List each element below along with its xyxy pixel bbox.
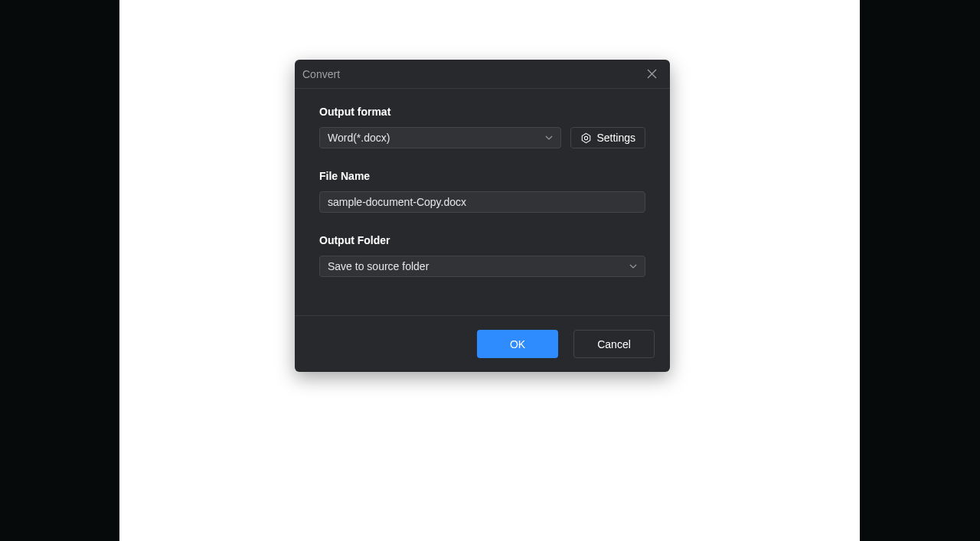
output-format-dropdown[interactable]: Word(*.docx) xyxy=(319,127,561,148)
close-button[interactable] xyxy=(641,64,662,85)
svg-marker-2 xyxy=(583,133,591,142)
output-folder-field: Output Folder Save to source folder xyxy=(319,234,645,277)
output-format-value: Word(*.docx) xyxy=(328,132,390,144)
dialog-title: Convert xyxy=(302,68,340,80)
convert-dialog: Convert Output format Word(*.docx) xyxy=(295,60,670,372)
ok-button[interactable]: OK xyxy=(477,330,558,358)
chevron-down-icon xyxy=(629,264,637,269)
dialog-header: Convert xyxy=(295,60,670,89)
dialog-body: Output format Word(*.docx) Settings xyxy=(295,89,670,315)
file-name-label: File Name xyxy=(319,170,645,182)
settings-label: Settings xyxy=(596,132,635,144)
dialog-footer: OK Cancel xyxy=(295,315,670,372)
file-name-field: File Name xyxy=(319,170,645,213)
svg-point-3 xyxy=(585,136,588,139)
output-folder-dropdown[interactable]: Save to source folder xyxy=(319,256,645,277)
output-format-label: Output format xyxy=(319,106,645,118)
close-icon xyxy=(647,69,657,79)
output-folder-label: Output Folder xyxy=(319,234,645,246)
gear-icon xyxy=(580,132,592,144)
output-folder-value: Save to source folder xyxy=(328,260,429,272)
file-name-input[interactable] xyxy=(319,191,645,213)
chevron-down-icon xyxy=(545,135,553,140)
cancel-button[interactable]: Cancel xyxy=(573,330,655,358)
settings-button[interactable]: Settings xyxy=(570,127,645,148)
output-format-field: Output format Word(*.docx) Settings xyxy=(319,106,645,148)
